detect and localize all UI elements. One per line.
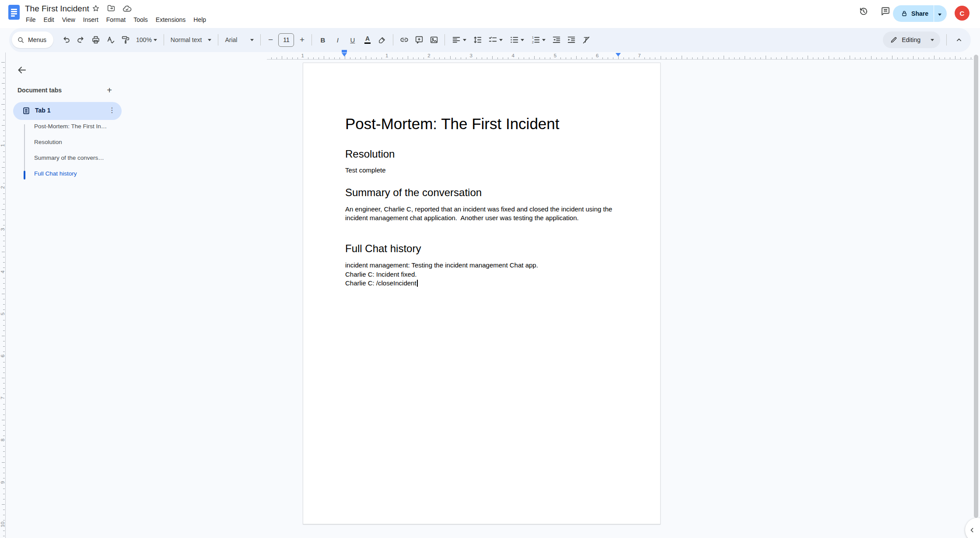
- doc-heading[interactable]: Full Chat history: [345, 243, 618, 255]
- ruler-tick: [382, 57, 382, 59]
- doc-paragraph[interactable]: Test complete: [345, 166, 618, 175]
- bulleted-list-button[interactable]: [508, 34, 526, 46]
- ruler-tick: [3, 109, 5, 110]
- outline-item-active[interactable]: Full Chat history: [34, 170, 122, 180]
- font-size-increase-button[interactable]: +: [297, 35, 307, 45]
- version-history-icon[interactable]: [858, 6, 869, 17]
- redo-button[interactable]: [75, 34, 87, 46]
- align-button[interactable]: [450, 34, 468, 46]
- outline-item[interactable]: Summary of the convers…: [34, 155, 122, 164]
- menu-bar: FileEditViewInsertFormatToolsExtensionsH…: [22, 15, 210, 24]
- ruler-tick: [966, 57, 966, 59]
- tab-item-tab1[interactable]: Tab 1 ⋮: [13, 102, 122, 120]
- expand-side-panel-button[interactable]: [965, 518, 980, 538]
- tab-options-icon[interactable]: ⋮: [108, 106, 116, 114]
- ruler-tick: [3, 162, 5, 162]
- menu-edit[interactable]: Edit: [40, 15, 58, 24]
- ruler-label: 9: [0, 478, 5, 487]
- ruler-tick: [971, 57, 971, 59]
- increase-indent-button[interactable]: [565, 34, 577, 46]
- menus-search-button[interactable]: Menus: [12, 32, 53, 48]
- ruler-tick: [802, 57, 803, 59]
- menu-insert[interactable]: Insert: [79, 15, 102, 24]
- share-dropdown[interactable]: [934, 10, 947, 18]
- paragraph-style-select[interactable]: Normal text: [169, 34, 214, 46]
- ruler-tick: [708, 57, 708, 59]
- doc-heading[interactable]: Resolution: [345, 148, 618, 160]
- ruler-tick: [771, 57, 771, 59]
- checklist-button[interactable]: [486, 34, 504, 46]
- chat-line-with-cursor[interactable]: Charlie C: /closeIncident: [345, 279, 618, 288]
- ruler-tick: [3, 199, 5, 199]
- ruler-tick: [834, 57, 834, 59]
- ruler-tick: [313, 57, 314, 59]
- italic-button[interactable]: I: [332, 34, 343, 46]
- ruler-tick: [3, 99, 5, 99]
- paint-format-button[interactable]: [119, 34, 131, 46]
- hide-menus-button[interactable]: [953, 34, 965, 46]
- comments-icon[interactable]: [880, 6, 891, 17]
- vertical-scrollbar[interactable]: [974, 55, 978, 518]
- ruler-tick: [360, 57, 361, 59]
- horizontal-ruler[interactable]: 11234567: [267, 49, 973, 60]
- vertical-ruler[interactable]: 12345678910: [0, 53, 6, 538]
- ruler-tick: [3, 88, 5, 89]
- left-indent-marker[interactable]: [342, 53, 347, 56]
- clear-formatting-button[interactable]: [580, 34, 592, 46]
- add-tab-button[interactable]: +: [103, 84, 116, 96]
- move-folder-icon[interactable]: [107, 4, 116, 12]
- document-title[interactable]: The First Incident: [25, 4, 89, 14]
- undo-button[interactable]: [60, 34, 72, 46]
- outline-item[interactable]: Post-Mortem: The First In…: [34, 123, 122, 133]
- star-icon[interactable]: [92, 4, 100, 12]
- add-comment-button[interactable]: [413, 34, 425, 46]
- document-page[interactable]: Post-Mortem: The First Incident Resoluti…: [303, 63, 661, 524]
- numbered-list-button[interactable]: 12: [529, 34, 547, 46]
- doc-heading[interactable]: Summary of the conversation: [345, 186, 618, 199]
- ruler-tick: [602, 57, 603, 59]
- spell-check-button[interactable]: [105, 34, 116, 46]
- underline-button[interactable]: U: [346, 34, 358, 46]
- ruler-tick: [955, 56, 956, 59]
- ruler-tick: [655, 57, 655, 59]
- doc-heading-title[interactable]: Post-Mortem: The First Incident: [345, 115, 618, 133]
- highlight-color-button[interactable]: [376, 34, 388, 46]
- chat-line[interactable]: incident management: Testing the inciden…: [345, 261, 618, 270]
- chat-line[interactable]: Charlie C: Incident fixed.: [345, 270, 618, 279]
- menu-file[interactable]: File: [22, 15, 40, 24]
- menu-view[interactable]: View: [58, 15, 79, 24]
- insert-link-button[interactable]: [398, 34, 410, 46]
- bold-button[interactable]: B: [317, 34, 329, 46]
- menu-format[interactable]: Format: [102, 15, 130, 24]
- insert-image-button[interactable]: [428, 34, 440, 46]
- outline-item[interactable]: Resolution: [34, 139, 122, 148]
- menu-extensions[interactable]: Extensions: [152, 15, 189, 24]
- mode-select[interactable]: Editing: [883, 32, 940, 48]
- font-size-decrease-button[interactable]: −: [266, 35, 275, 45]
- docs-logo-icon[interactable]: [8, 5, 20, 20]
- zoom-select[interactable]: 100%: [134, 34, 159, 46]
- ruler-tick: [3, 430, 5, 431]
- ruler-tick: [892, 56, 892, 59]
- cloud-saved-icon[interactable]: [122, 5, 132, 12]
- menu-tools[interactable]: Tools: [130, 15, 152, 24]
- doc-paragraph[interactable]: An engineer, Charlie C, reported that an…: [345, 205, 618, 222]
- document-tabs-title: Document tabs: [18, 87, 62, 94]
- text-color-button[interactable]: A: [361, 34, 373, 46]
- font-size-input[interactable]: 11: [278, 33, 294, 47]
- menu-help[interactable]: Help: [189, 15, 210, 24]
- ruler-tick: [3, 373, 5, 373]
- ruler-tick: [3, 172, 5, 173]
- ruler-tick: [918, 57, 919, 59]
- ruler-tick: [3, 457, 5, 457]
- font-select[interactable]: Arial: [223, 34, 256, 46]
- line-spacing-button[interactable]: [471, 34, 483, 46]
- ruler-tick: [439, 57, 440, 59]
- account-avatar[interactable]: C: [955, 6, 970, 21]
- share-button[interactable]: Share: [893, 5, 947, 22]
- decrease-indent-button[interactable]: [550, 34, 562, 46]
- first-line-indent-marker[interactable]: [342, 50, 347, 53]
- back-button[interactable]: [14, 62, 30, 78]
- print-button[interactable]: [90, 34, 102, 46]
- ruler-tick: [444, 57, 445, 59]
